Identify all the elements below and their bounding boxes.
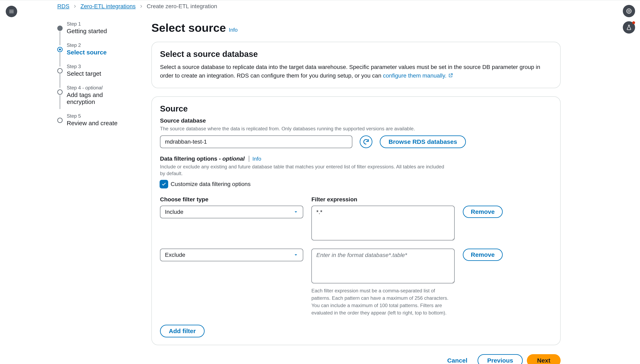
step-indicator-future bbox=[57, 90, 62, 95]
filter-expression-input-0[interactable] bbox=[312, 206, 455, 240]
cancel-button[interactable]: Cancel bbox=[441, 354, 474, 364]
refresh-icon bbox=[362, 138, 370, 145]
step-indicator-future bbox=[57, 68, 62, 74]
filter-type-heading: Choose filter type bbox=[160, 196, 303, 203]
notification-dot bbox=[632, 21, 635, 24]
filter-expression-heading: Filter expression bbox=[312, 196, 455, 203]
configure-manually-link[interactable]: configure them manually. bbox=[383, 72, 447, 79]
floating-right-column bbox=[623, 5, 635, 34]
next-button[interactable]: Next bbox=[527, 354, 560, 364]
data-filtering-heading: Data filtering options - optional Info bbox=[160, 156, 552, 162]
checkmark-icon bbox=[162, 182, 166, 186]
step-3[interactable]: Step 3 Select target bbox=[57, 64, 131, 77]
step-5[interactable]: Step 5 Review and create bbox=[57, 113, 131, 127]
filter-row-0: Include Remove bbox=[160, 206, 552, 240]
step-num: Step 5 bbox=[67, 113, 131, 119]
add-filter-button[interactable]: Add filter bbox=[160, 325, 204, 338]
step-num: Step 1 bbox=[67, 21, 131, 27]
breadcrumb-rds[interactable]: RDS bbox=[57, 3, 69, 10]
wizard-stepper: Step 1 Getting started Step 2 Select sou… bbox=[57, 21, 131, 127]
cloudshell-icon bbox=[626, 8, 632, 14]
breadcrumb: RDS Zero-ETL integrations Create zero-ET… bbox=[0, 0, 640, 10]
panel-title: Select a source database bbox=[160, 50, 552, 59]
filter-type-select-0[interactable]: Include bbox=[160, 206, 303, 218]
step-label: Review and create bbox=[67, 120, 131, 127]
source-db-help: The source database where the data is re… bbox=[160, 125, 446, 132]
nav-hamburger-button[interactable] bbox=[6, 6, 17, 17]
source-database-input[interactable] bbox=[160, 136, 352, 148]
customize-filtering-checkbox[interactable] bbox=[160, 180, 168, 188]
step-2[interactable]: Step 2 Select source bbox=[57, 42, 131, 56]
customize-filtering-label: Customize data filtering options bbox=[171, 181, 251, 188]
wizard-footer: Cancel Previous Next bbox=[152, 354, 560, 364]
browse-rds-databases-button[interactable]: Browse RDS databases bbox=[380, 136, 466, 148]
breadcrumb-current: Create zero-ETL integration bbox=[147, 3, 217, 10]
flask-icon bbox=[626, 24, 632, 30]
remove-filter-button-0[interactable]: Remove bbox=[463, 206, 503, 218]
external-link-icon bbox=[448, 72, 453, 80]
filter-row-1: Exclude Each filter expression must be a… bbox=[160, 248, 552, 316]
filter-expression-input-1[interactable] bbox=[312, 248, 455, 284]
svg-point-1 bbox=[628, 10, 630, 12]
chevron-right-icon bbox=[73, 3, 77, 10]
main-content: Select source Info Select a source datab… bbox=[152, 21, 560, 364]
panel-description: Select a source database to replicate da… bbox=[160, 63, 552, 80]
panel-select-source-db: Select a source database Select a source… bbox=[152, 42, 560, 88]
filter-expression-hint: Each filter expression must be a comma-s… bbox=[312, 287, 455, 316]
step-indicator-active bbox=[57, 47, 62, 52]
page-title-info-link[interactable]: Info bbox=[229, 27, 238, 33]
step-label: Getting started bbox=[67, 28, 131, 34]
refresh-button[interactable] bbox=[360, 136, 372, 148]
cloudshell-button[interactable] bbox=[623, 5, 635, 17]
filter-type-select-1[interactable]: Exclude bbox=[160, 248, 303, 261]
svg-point-0 bbox=[627, 9, 632, 14]
remove-filter-button-1[interactable]: Remove bbox=[463, 248, 503, 261]
caret-down-icon bbox=[294, 252, 298, 258]
chevron-right-icon bbox=[139, 3, 143, 10]
step-connector bbox=[60, 95, 60, 109]
step-label: Select source bbox=[67, 49, 131, 56]
page-title: Select source bbox=[152, 21, 226, 34]
panel-title: Source bbox=[160, 104, 552, 113]
step-indicator-done bbox=[57, 26, 62, 31]
panel-source: Source Source database The source databa… bbox=[152, 96, 560, 345]
experiments-button[interactable] bbox=[623, 21, 635, 34]
source-db-label: Source database bbox=[160, 118, 552, 124]
step-num: Step 4 - optional bbox=[67, 85, 131, 91]
step-1[interactable]: Step 1 Getting started bbox=[57, 21, 131, 34]
step-label: Select target bbox=[67, 70, 131, 77]
previous-button[interactable]: Previous bbox=[478, 354, 523, 364]
step-4[interactable]: Step 4 - optional Add tags and encryptio… bbox=[57, 85, 131, 105]
step-num: Step 3 bbox=[67, 64, 131, 69]
caret-down-icon bbox=[294, 210, 298, 214]
hamburger-icon bbox=[9, 9, 14, 14]
step-indicator-future bbox=[57, 118, 62, 123]
breadcrumb-zero-etl[interactable]: Zero-ETL integrations bbox=[80, 3, 136, 10]
data-filtering-help: Include or exclude any existing and futu… bbox=[160, 163, 446, 177]
step-label: Add tags and encryption bbox=[67, 92, 131, 105]
data-filtering-info-link[interactable]: Info bbox=[249, 156, 261, 162]
step-num: Step 2 bbox=[67, 42, 131, 48]
